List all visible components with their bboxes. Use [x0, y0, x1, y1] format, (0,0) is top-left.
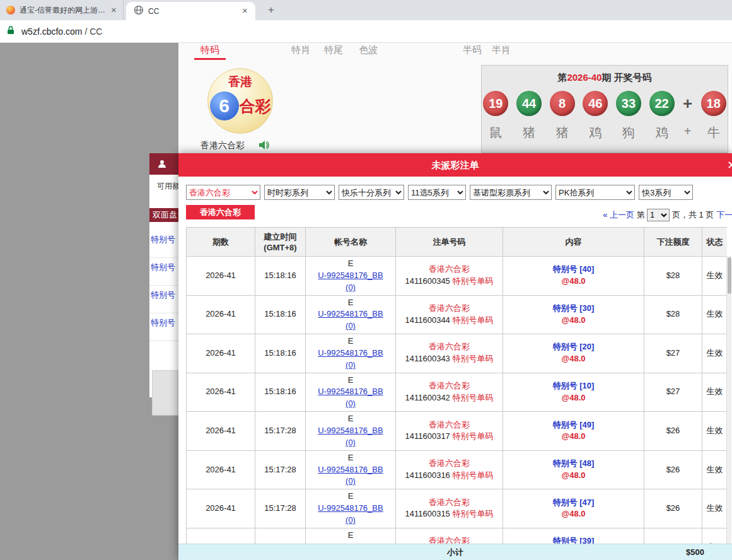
bet-game-name: 香港六合彩: [398, 419, 500, 431]
game-tab-mark-six[interactable]: 香港六合彩: [186, 205, 255, 219]
bet-type: 特别号单码: [452, 509, 493, 518]
bet-odds: @48.0: [506, 353, 641, 365]
page-select[interactable]: 1: [647, 209, 670, 221]
nav-item-banxiao[interactable]: 半肖: [492, 44, 511, 56]
globe-icon: [134, 5, 144, 17]
list-item[interactable]: 特别号: [149, 230, 178, 258]
table-row: 2026-41 15:17:28 E U-992548176_BB (0) 香港…: [187, 450, 728, 489]
nav-item-banma[interactable]: 半码: [463, 44, 482, 56]
bet-game-name: 香港六合彩: [398, 303, 500, 315]
bet-content: 特别号 [30]: [506, 303, 641, 315]
status-cell: 生效: [702, 412, 728, 451]
table-scrollbar[interactable]: [726, 256, 731, 544]
bet-content: 特别号 [47]: [506, 497, 641, 509]
account-link[interactable]: U-992548176_BB: [308, 464, 393, 476]
close-icon[interactable]: ✕: [727, 158, 732, 172]
logo-text-top: 香港: [208, 69, 272, 90]
account-link[interactable]: U-992548176_BB: [308, 270, 393, 282]
account-sub-link[interactable]: (0): [308, 515, 393, 527]
period-cell: 2026-41: [187, 528, 255, 544]
account-sub-link[interactable]: (0): [308, 475, 393, 487]
content-cell: 特别号 [40] @48.0: [503, 257, 644, 296]
scrollbar-thumb[interactable]: [728, 257, 731, 294]
browser-tab-1[interactable]: 通宝-信誉最好的网上游戏平 ✕: [0, 0, 124, 20]
account-sub-link[interactable]: (0): [308, 359, 393, 371]
table-row: 2026-41 15:18:16 E U-992548176_BB (0) 香港…: [187, 373, 728, 412]
bet-number: 1411600343: [405, 354, 450, 363]
logo-number-ball: 6: [210, 91, 239, 120]
bet-game-name: 香港六合彩: [398, 535, 500, 544]
bet-number-cell: 香港六合彩 1411600343 特别号单码: [396, 334, 503, 373]
list-item[interactable]: 特别号: [149, 313, 178, 341]
account-sub-link[interactable]: (0): [308, 282, 393, 294]
balance-label: 可用额度: [157, 181, 178, 192]
speaker-icon[interactable]: [259, 140, 270, 150]
double-side-tab[interactable]: 双面盘: [149, 208, 178, 222]
filter-select-keno[interactable]: 基诺型彩票系列: [470, 185, 552, 200]
account-sub-link[interactable]: (0): [308, 437, 393, 449]
content-cell: 特别号 [30] @48.0: [503, 295, 644, 334]
ball-zodiac: 鸡: [589, 124, 601, 141]
nav-item-texiao[interactable]: 特肖: [291, 44, 310, 56]
new-tab-button[interactable]: +: [265, 4, 277, 16]
table-row: 2026-41 15:17:28 E U-992548176_BB (0) 香港…: [187, 412, 728, 451]
account-link[interactable]: U-992548176_BB: [308, 503, 393, 515]
gray-placeholder-box: [152, 370, 178, 416]
status-cell: 生效: [702, 295, 728, 334]
next-page-link[interactable]: 下一页: [716, 210, 732, 219]
filter-select-k3[interactable]: 快3系列: [639, 185, 693, 200]
tab-close-icon[interactable]: ✕: [242, 7, 248, 15]
browser-tab-2[interactable]: CC ✕: [126, 2, 255, 20]
col-period: 期数: [187, 228, 255, 257]
bet-odds: @48.0: [506, 392, 641, 404]
time-cell: 15:17:28: [255, 528, 306, 544]
address-bar[interactable]: w5zf.cbcfo.com / CC: [0, 20, 732, 43]
bet-odds: @48.0: [506, 315, 641, 327]
bet-number-cell: 香港六合彩 1411600316 特别号单码: [396, 450, 503, 489]
tab-close-icon[interactable]: ✕: [111, 6, 117, 15]
bet-number-cell: 香港六合彩 1411600317 特别号单码: [396, 412, 503, 451]
draw-ball: 22 鸡: [648, 91, 676, 141]
bet-content: 特别号 [10]: [506, 380, 641, 392]
amount-cell: $26: [644, 450, 702, 489]
account-cell: E U-992548176_BB (0): [306, 373, 396, 412]
bets-table: 期数 建立时间 (GMT+8) 帐号名称 注单号码 内容 下注额度 状态 202…: [186, 227, 727, 544]
col-content: 内容: [503, 228, 644, 257]
modal-header: 未派彩注单 ✕: [178, 153, 732, 177]
nav-item-tema[interactable]: 特码: [194, 43, 226, 60]
content-cell: 特别号 [47] @48.0: [503, 489, 644, 528]
filter-select-ssc[interactable]: 时时彩系列: [264, 185, 335, 200]
account-link[interactable]: U-992548176_BB: [308, 425, 393, 437]
filter-select-pk10[interactable]: PK拾系列: [555, 185, 635, 200]
filter-select-klsf[interactable]: 快乐十分系列: [339, 185, 404, 200]
account-link[interactable]: U-992548176_BB: [308, 308, 393, 320]
account-link[interactable]: U-992548176_BB: [308, 347, 393, 359]
account-link[interactable]: U-992548176_BB: [308, 386, 393, 398]
nav-item-sebo[interactable]: 色波: [359, 44, 378, 56]
bet-odds: @48.0: [506, 470, 641, 482]
ball-zodiac: 鼠: [489, 124, 502, 141]
bet-game-name: 香港六合彩: [398, 264, 500, 276]
lottery-filter-row: 香港六合彩 时时彩系列 快乐十分系列 11选5系列 基诺型彩票系列 PK拾系列 …: [186, 185, 693, 200]
bet-number: 1411600342: [405, 393, 450, 402]
filter-select-mark-six[interactable]: 香港六合彩: [186, 185, 260, 200]
filter-select-11x5[interactable]: 11选5系列: [408, 185, 466, 200]
nav-item-tewei[interactable]: 特尾: [324, 44, 343, 56]
status-cell: 生效: [702, 373, 728, 412]
account-sub-link[interactable]: (0): [308, 320, 393, 332]
table-row: 2026-41 15:18:16 E U-992548176_BB (0) 香港…: [187, 295, 728, 334]
amount-cell: $28: [644, 257, 702, 296]
prev-page-link[interactable]: « 上一页: [603, 210, 634, 219]
account-cell: E U-992548176_BB (0): [306, 489, 396, 528]
account-sub-link[interactable]: (0): [308, 398, 393, 410]
ball-number: 18: [701, 91, 726, 116]
table-row: 2026-41 15:18:16 E U-992548176_BB (0) 香港…: [187, 334, 728, 373]
table-row: 2026-41 15:17:28 E U-992548176_BB (0) 香港…: [187, 528, 728, 544]
list-item[interactable]: 特别号: [149, 258, 178, 286]
list-item[interactable]: 特别号: [149, 286, 178, 313]
period-cell: 2026-41: [187, 257, 255, 296]
content-cell: 特别号 [10] @48.0: [503, 373, 644, 412]
draw-result-panel: 第2026-40期 开奖号码 19 鼠 44 猪 8 猪 46 鸡: [481, 65, 728, 153]
browser-tab-bar: 通宝-信誉最好的网上游戏平 ✕ CC ✕ +: [0, 0, 732, 20]
tab-title: 通宝-信誉最好的网上游戏平: [20, 5, 106, 16]
